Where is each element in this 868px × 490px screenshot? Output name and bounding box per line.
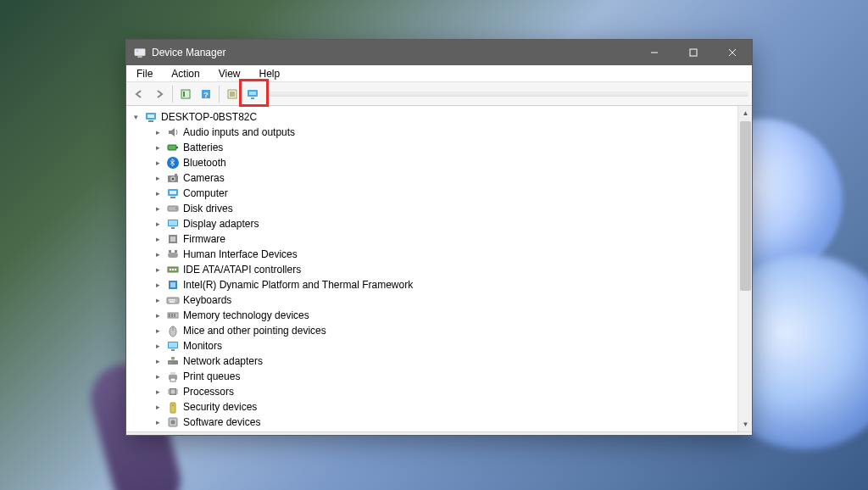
expander-icon[interactable]: ▸ — [153, 220, 163, 229]
tree-item[interactable]: ▸Computer — [130, 186, 737, 201]
vertical-scrollbar[interactable]: ▲ ▼ — [737, 106, 752, 432]
svg-rect-51 — [174, 299, 175, 301]
speaker-icon — [166, 125, 180, 139]
expander-icon[interactable]: ▸ — [153, 357, 163, 366]
tree-item-label: Memory technology devices — [183, 309, 309, 321]
cpu-icon — [166, 385, 180, 398]
expander-icon[interactable]: ▸ — [153, 296, 163, 305]
svg-rect-17 — [251, 97, 254, 99]
tree-item-label: Monitors — [183, 340, 222, 352]
tree-item[interactable]: ▸Human Interface Devices — [130, 247, 737, 262]
expander-icon[interactable]: ▸ — [153, 342, 163, 351]
expander-icon[interactable]: ▸ — [153, 143, 163, 153]
tree-item[interactable]: ▸Keyboards — [130, 292, 737, 308]
expander-icon[interactable]: ▸ — [153, 281, 163, 290]
svg-rect-54 — [169, 314, 170, 317]
expander-icon[interactable]: ▸ — [153, 372, 163, 381]
titlebar[interactable]: Device Manager — [126, 40, 752, 65]
toolbar-track — [269, 92, 748, 97]
expander-icon[interactable]: ▸ — [153, 311, 163, 320]
tree-item[interactable]: ▸Print queues — [130, 369, 737, 384]
scroll-thumb[interactable] — [740, 121, 751, 291]
tree-root-node[interactable]: ▾DESKTOP-0BST82C — [130, 109, 737, 125]
svg-rect-21 — [168, 145, 176, 150]
statusbar — [126, 432, 752, 435]
svg-rect-38 — [168, 253, 178, 258]
maximize-button[interactable] — [674, 40, 713, 65]
expander-icon[interactable]: ▸ — [153, 235, 163, 244]
back-button[interactable] — [130, 85, 148, 103]
menu-help[interactable]: Help — [254, 67, 286, 81]
expander-icon[interactable]: ▸ — [153, 265, 163, 275]
menu-view[interactable]: View — [214, 67, 246, 81]
toolbar-separator — [172, 86, 173, 103]
svg-point-26 — [172, 178, 175, 181]
properties-button[interactable] — [223, 85, 242, 103]
svg-rect-20 — [148, 120, 153, 122]
tree-item[interactable]: ▸Processors — [130, 384, 737, 399]
svg-rect-1 — [137, 56, 142, 57]
tree-item[interactable]: ▸IDE ATA/ATAPI controllers — [130, 262, 737, 277]
show-hide-console-button[interactable] — [176, 85, 195, 103]
expander-icon[interactable]: ▸ — [153, 174, 163, 183]
tree-item[interactable]: ▸Security devices — [130, 399, 737, 415]
tree-item[interactable]: ▸Batteries — [130, 140, 737, 155]
svg-rect-19 — [147, 114, 154, 118]
memory-icon — [166, 309, 180, 322]
expander-icon[interactable]: ▸ — [153, 159, 163, 168]
menu-file[interactable]: File — [131, 67, 158, 81]
expander-icon[interactable]: ▸ — [153, 189, 163, 198]
svg-point-81 — [171, 420, 175, 425]
tree-item-label: Human Interface Devices — [183, 248, 298, 260]
tree-item[interactable]: ▸Disk drives — [130, 201, 737, 216]
tree-item[interactable]: ▸Firmware — [130, 231, 737, 247]
svg-point-79 — [172, 404, 174, 406]
expander-icon[interactable]: ▸ — [153, 403, 163, 412]
svg-point-66 — [170, 362, 172, 364]
scan-hardware-button[interactable] — [243, 85, 262, 103]
tree-item-label: Security devices — [183, 401, 257, 413]
expander-icon[interactable]: ▸ — [153, 128, 163, 137]
content-area: ▾DESKTOP-0BST82C▸Audio inputs and output… — [126, 106, 752, 432]
tree-item[interactable]: ▸Bluetooth — [130, 155, 737, 170]
help-button[interactable]: ? — [197, 85, 215, 103]
tree-item[interactable]: ▸Memory technology devices — [130, 308, 737, 323]
expander-icon[interactable]: ▸ — [153, 204, 163, 214]
tree-item[interactable]: ▸Network adapters — [130, 354, 737, 369]
svg-rect-4 — [690, 49, 697, 56]
forward-button[interactable] — [150, 85, 169, 103]
display-icon — [166, 217, 180, 231]
expander-icon[interactable]: ▸ — [153, 326, 163, 336]
tree-item[interactable]: ▸Mice and other pointing devices — [130, 323, 737, 338]
svg-rect-44 — [175, 269, 176, 270]
device-tree[interactable]: ▾DESKTOP-0BST82C▸Audio inputs and output… — [126, 106, 737, 432]
expander-icon[interactable]: ▸ — [153, 387, 163, 397]
expander-icon[interactable]: ▸ — [153, 250, 163, 259]
device-manager-window: Device Manager File Action View Help ? ▾… — [125, 39, 753, 436]
minimize-button[interactable] — [635, 40, 674, 65]
svg-rect-69 — [170, 378, 175, 381]
tree-item[interactable]: ▸Intel(R) Dynamic Platform and Thermal F… — [130, 277, 737, 292]
expander-icon[interactable]: ▸ — [153, 418, 163, 427]
tree-item[interactable]: ▸Audio inputs and outputs — [130, 125, 737, 140]
expander-icon[interactable]: ▾ — [131, 113, 141, 122]
keyboard-icon — [166, 293, 180, 307]
mouse-icon — [166, 324, 180, 337]
tree-item[interactable]: ▸Display adapters — [130, 216, 737, 231]
intel-icon — [166, 278, 180, 292]
tree-item[interactable]: ▸Cameras — [130, 170, 737, 186]
tree-item[interactable]: ▸Monitors — [130, 338, 737, 354]
monitor-icon — [166, 339, 180, 353]
svg-point-65 — [169, 362, 170, 364]
svg-rect-71 — [171, 390, 175, 394]
svg-rect-78 — [170, 403, 175, 413]
close-button[interactable] — [713, 40, 752, 65]
svg-rect-46 — [170, 282, 175, 287]
tree-item[interactable]: ▸Software devices — [130, 415, 737, 430]
svg-rect-63 — [171, 357, 175, 359]
scroll-up-button[interactable]: ▲ — [738, 106, 752, 120]
scroll-down-button[interactable]: ▼ — [738, 417, 752, 432]
svg-rect-50 — [172, 299, 174, 301]
svg-rect-43 — [172, 269, 174, 270]
menu-action[interactable]: Action — [166, 67, 204, 81]
